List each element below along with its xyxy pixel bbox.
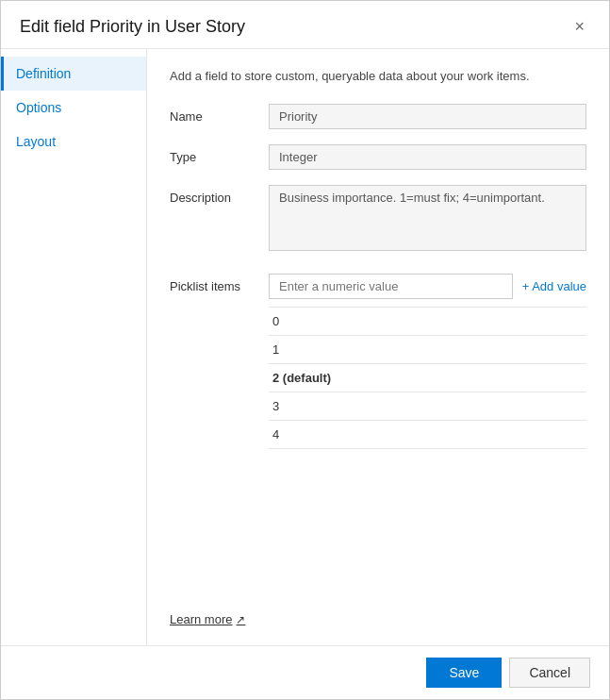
sidebar: Definition Options Layout: [1, 49, 147, 645]
dialog-title: Edit field Priority in User Story: [20, 17, 245, 37]
sidebar-item-options[interactable]: Options: [1, 91, 146, 125]
save-button[interactable]: Save: [426, 658, 502, 688]
picklist-content: + Add value 0 1 2 (default) 3 4: [269, 274, 586, 449]
picklist-items-list: 0 1 2 (default) 3 4: [269, 307, 586, 449]
type-field-row: Type: [170, 144, 586, 170]
sidebar-item-definition[interactable]: Definition: [1, 57, 146, 91]
picklist-item: 4: [269, 421, 586, 449]
dialog-body: Definition Options Layout Add a field to…: [1, 49, 609, 645]
picklist-item: 1: [269, 336, 586, 364]
sidebar-item-layout[interactable]: Layout: [1, 125, 146, 158]
dialog-footer: Save Cancel: [1, 645, 609, 699]
picklist-section: Picklist items + Add value 0 1 2 (defaul…: [170, 274, 586, 449]
description-label: Description: [170, 185, 269, 205]
name-field-row: Name: [170, 104, 586, 129]
main-content: Add a field to store custom, queryable d…: [147, 49, 609, 645]
picklist-item: 0: [269, 308, 586, 336]
close-button[interactable]: ×: [569, 16, 590, 37]
picklist-input-row: + Add value: [269, 274, 586, 299]
add-value-button[interactable]: + Add value: [522, 279, 586, 293]
dialog-header: Edit field Priority in User Story ×: [1, 1, 609, 49]
external-link-icon: ↗: [236, 613, 245, 626]
name-input[interactable]: [269, 104, 586, 129]
learn-more-link[interactable]: Learn more ↗: [170, 612, 245, 626]
picklist-label: Picklist items: [170, 274, 269, 293]
picklist-item: 3: [269, 392, 586, 421]
description-field-row: Description Business importance. 1=must …: [170, 185, 586, 251]
edit-field-dialog: Edit field Priority in User Story × Defi…: [0, 0, 610, 700]
learn-more-section: Learn more ↗: [170, 592, 586, 626]
subtitle-text: Add a field to store custom, queryable d…: [170, 68, 586, 85]
description-textarea[interactable]: Business importance. 1=must fix; 4=unimp…: [269, 185, 586, 251]
name-label: Name: [170, 104, 269, 124]
cancel-button[interactable]: Cancel: [509, 658, 590, 688]
picklist-item-default: 2 (default): [269, 364, 586, 392]
type-input[interactable]: [269, 144, 586, 170]
type-label: Type: [170, 144, 269, 164]
picklist-input[interactable]: [269, 274, 513, 299]
